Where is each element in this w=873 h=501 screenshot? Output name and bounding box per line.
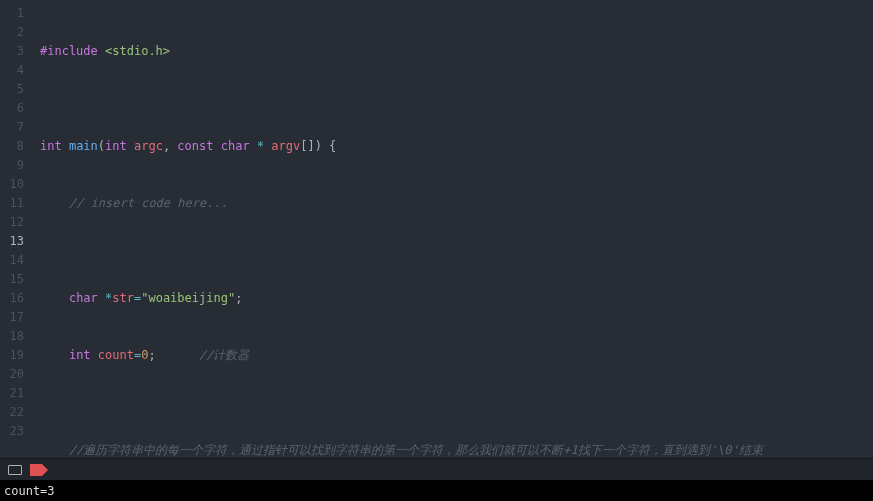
line-number: 21 bbox=[4, 384, 24, 403]
code-area[interactable]: #include <stdio.h> int main(int argc, co… bbox=[32, 0, 873, 458]
console-line: count=3 bbox=[4, 484, 55, 498]
line-number: 20 bbox=[4, 365, 24, 384]
line-number: 6 bbox=[4, 99, 24, 118]
code-editor[interactable]: 1 2 3 4 5 6 7 8 9 10 11 12 13 14 15 16 1… bbox=[0, 0, 873, 458]
line-number-gutter: 1 2 3 4 5 6 7 8 9 10 11 12 13 14 15 16 1… bbox=[0, 0, 32, 458]
line-number: 4 bbox=[4, 61, 24, 80]
line-number: 5 bbox=[4, 80, 24, 99]
line-number: 8 bbox=[4, 137, 24, 156]
line-number: 2 bbox=[4, 23, 24, 42]
code-line[interactable]: #include <stdio.h> bbox=[32, 42, 873, 61]
debug-bar bbox=[0, 458, 873, 480]
line-number: 3 bbox=[4, 42, 24, 61]
code-line[interactable]: int main(int argc, const char * argv[]) … bbox=[32, 137, 873, 156]
code-line[interactable]: char *str="woaibeijing"; bbox=[32, 289, 873, 308]
code-line[interactable]: //遍历字符串中的每一个字符，通过指针可以找到字符串的第一个字符，那么我们就可以… bbox=[32, 441, 873, 458]
line-number: 11 bbox=[4, 194, 24, 213]
line-number: 17 bbox=[4, 308, 24, 327]
line-number: 23 bbox=[4, 422, 24, 441]
breakpoint-flag-icon[interactable] bbox=[30, 464, 48, 476]
line-number: 22 bbox=[4, 403, 24, 422]
line-number: 19 bbox=[4, 346, 24, 365]
console-output: count=3 bbox=[0, 480, 873, 501]
code-line[interactable]: // insert code here... bbox=[32, 194, 873, 213]
line-number: 10 bbox=[4, 175, 24, 194]
line-number: 9 bbox=[4, 156, 24, 175]
line-number: 14 bbox=[4, 251, 24, 270]
code-line[interactable]: int count=0; //计数器 bbox=[32, 346, 873, 365]
line-number: 7 bbox=[4, 118, 24, 137]
line-number: 16 bbox=[4, 289, 24, 308]
output-pane-icon[interactable] bbox=[8, 465, 22, 475]
line-number: 13 bbox=[4, 232, 24, 251]
line-number: 12 bbox=[4, 213, 24, 232]
line-number: 18 bbox=[4, 327, 24, 346]
line-number: 1 bbox=[4, 4, 24, 23]
line-number: 15 bbox=[4, 270, 24, 289]
